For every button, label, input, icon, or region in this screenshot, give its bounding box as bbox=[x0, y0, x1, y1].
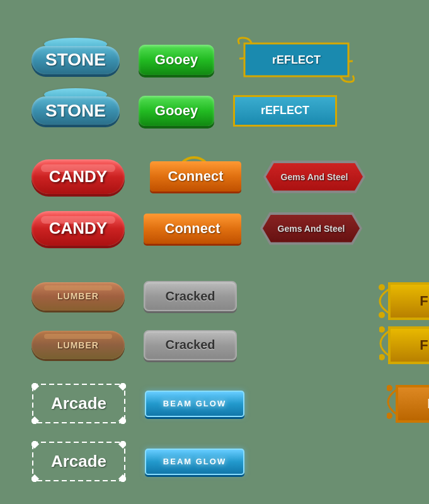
beam-label-2: BEAM GLOW bbox=[163, 457, 226, 466]
lumber-label-1: LUMBER bbox=[57, 291, 99, 301]
gooey-label-1: Gooey bbox=[155, 52, 198, 68]
framed-body-1: Framed bbox=[388, 282, 429, 320]
svg-point-1 bbox=[379, 284, 385, 290]
framed-button-2[interactable]: Framed bbox=[388, 324, 429, 365]
connect-button-2[interactable]: Connect bbox=[144, 214, 241, 244]
arcade-button-1[interactable]: Arcade bbox=[31, 383, 126, 424]
gems-label-1: Gems And Steel bbox=[281, 172, 348, 182]
svg-point-15 bbox=[387, 413, 392, 419]
row8: Arcade BEAM GLOW bbox=[31, 441, 244, 482]
framed-button-3[interactable]: Framed bbox=[396, 383, 429, 424]
candy-label-1: CANDY bbox=[49, 167, 107, 186]
stone-body: STONE bbox=[31, 46, 120, 74]
gooey-button-2[interactable]: Gooey bbox=[139, 96, 214, 126]
beam-button-1[interactable]: BEAM GLOW bbox=[145, 391, 244, 417]
svg-point-14 bbox=[387, 385, 392, 391]
lumber-button-2[interactable]: LUMBER bbox=[31, 331, 125, 359]
stone-body-2: STONE bbox=[31, 96, 120, 125]
cracked-button-2[interactable]: Cracked bbox=[144, 330, 237, 360]
row4: CANDY Connect Gems And Steel bbox=[31, 211, 362, 246]
connect-body-1: Connect bbox=[150, 161, 241, 192]
gems-inner-1: Gems And Steel bbox=[266, 163, 363, 191]
connect-button-1[interactable]: Connect bbox=[144, 156, 244, 197]
candy-button-1[interactable]: CANDY bbox=[31, 159, 125, 194]
candy-button-2[interactable]: CANDY bbox=[31, 211, 125, 246]
cracked-label-2: Cracked bbox=[166, 338, 215, 352]
framed-body-3: Framed bbox=[396, 385, 429, 423]
row5: LUMBER Cracked Framed bbox=[31, 265, 429, 328]
row2: STONE Gooey rEFLECT bbox=[31, 93, 337, 128]
framed-body-2: Framed bbox=[388, 326, 429, 364]
svg-point-6 bbox=[379, 354, 385, 360]
reflect-label-2: rEFLECT bbox=[261, 104, 309, 117]
stone-label-2: STONE bbox=[45, 101, 106, 121]
row7: Arcade BEAM GLOW Framed bbox=[31, 383, 429, 424]
gems-button-2[interactable]: Gems And Steel bbox=[260, 212, 362, 245]
row1: STONE Gooey rEFLECT bbox=[31, 35, 359, 85]
gooey-button-1[interactable]: Gooey bbox=[139, 45, 214, 75]
framed-left-orn-2 bbox=[379, 326, 391, 361]
connect-label-1: Connect bbox=[168, 168, 224, 185]
cracked-button-1[interactable]: Cracked bbox=[144, 281, 237, 311]
reflect-button-1[interactable]: rEFLECT bbox=[233, 35, 359, 85]
stone-button-2[interactable]: STONE bbox=[31, 93, 120, 128]
gems-button-1[interactable]: Gems And Steel bbox=[263, 161, 365, 193]
beam-button-2[interactable]: BEAM GLOW bbox=[145, 449, 244, 475]
stone-label-1: STONE bbox=[45, 50, 106, 70]
framed-label-1: Framed bbox=[420, 293, 429, 309]
arcade-label-1: Arcade bbox=[51, 394, 106, 413]
reflect-label-1: rEFLECT bbox=[272, 54, 321, 67]
framed-label-2: Framed bbox=[420, 337, 429, 353]
candy-label-2: CANDY bbox=[49, 219, 107, 238]
gems-inner-2: Gems And Steel bbox=[263, 215, 360, 243]
beam-label-1: BEAM GLOW bbox=[163, 399, 226, 408]
reflect-button-2[interactable]: rEFLECT bbox=[233, 95, 337, 127]
framed-left-orn-3 bbox=[387, 384, 398, 420]
framed-left-orn-1 bbox=[379, 282, 391, 320]
stone-button-1[interactable]: STONE bbox=[31, 43, 120, 77]
row3: CANDY Connect Gems And Steel bbox=[31, 156, 365, 197]
framed-button-1[interactable]: Framed bbox=[388, 265, 429, 328]
lumber-label-2: LUMBER bbox=[57, 340, 99, 350]
arcade-label-2: Arcade bbox=[51, 452, 106, 471]
cracked-label-1: Cracked bbox=[166, 289, 215, 304]
svg-point-2 bbox=[379, 312, 385, 318]
connect-label-2: Connect bbox=[165, 220, 220, 237]
lumber-button-1[interactable]: LUMBER bbox=[31, 282, 125, 311]
row6: LUMBER Cracked Framed bbox=[31, 324, 429, 365]
svg-point-5 bbox=[379, 326, 385, 333]
gems-label-2: Gems And Steel bbox=[278, 224, 345, 234]
arcade-button-2[interactable]: Arcade bbox=[31, 441, 126, 482]
gooey-label-2: Gooey bbox=[155, 103, 198, 119]
